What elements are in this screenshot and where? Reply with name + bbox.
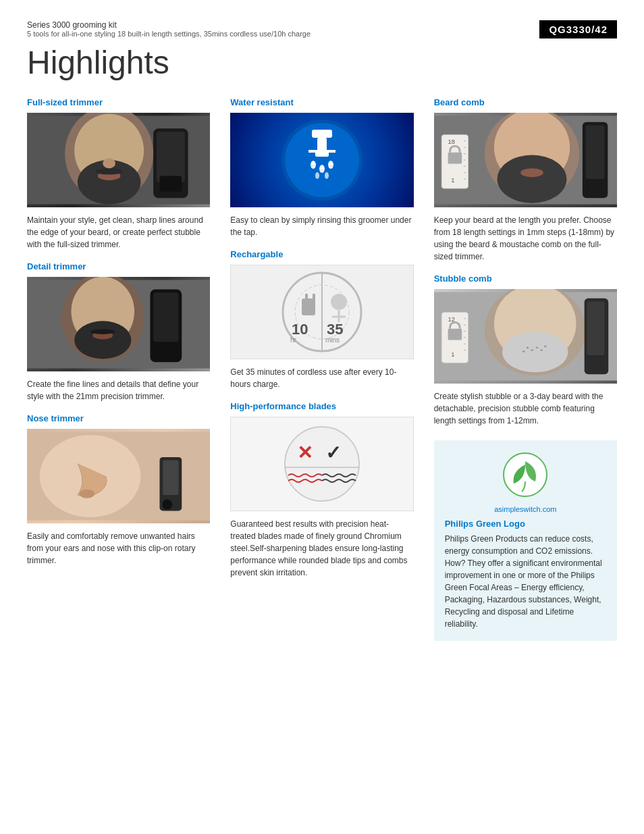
svg-point-32 — [315, 172, 319, 179]
series-title: Series 3000 grooming kit — [27, 20, 311, 30]
svg-text:1: 1 — [451, 177, 454, 184]
svg-rect-28 — [315, 151, 329, 157]
full-sized-trimmer-title: Full-sized trimmer — [27, 97, 210, 107]
stubble-comb-image: 12 1 — [434, 289, 617, 384]
water-resistant-desc: Easy to clean by simply rinsing this gro… — [230, 214, 413, 238]
philips-green-title: Philips Green Logo — [445, 519, 606, 529]
water-resistant-title: Water resistant — [230, 97, 413, 107]
svg-text:12: 12 — [448, 316, 454, 323]
rechargable-image: 10 hr 35 mins — [230, 265, 413, 359]
svg-rect-40 — [302, 298, 315, 315]
high-perf-blades-image: ✕ ✓ — [230, 417, 413, 511]
beard-comb-title: Beard comb — [434, 97, 617, 107]
svg-point-94 — [504, 453, 547, 496]
feature-detail-trimmer: Detail trimmer Create the fine lines and… — [27, 261, 210, 402]
column-middle: Water resistant — [230, 97, 413, 641]
svg-rect-22 — [163, 461, 178, 495]
nose-trimmer-title: Nose trimmer — [27, 413, 210, 423]
feature-high-perf-blades: High-performance blades ✕ ✓ — [230, 401, 413, 579]
beard-comb-desc: Keep your beard at the length you prefer… — [434, 214, 617, 263]
svg-point-75 — [502, 332, 568, 372]
svg-point-58 — [520, 168, 543, 177]
feature-stubble-comb: Stubble comb — [434, 273, 617, 427]
water-resistant-image — [230, 113, 413, 207]
beard-comb-image: 18 1 — [434, 113, 617, 207]
svg-rect-27 — [317, 138, 327, 151]
svg-point-77 — [531, 349, 533, 351]
series-subtitle: 5 tools for all-in-one styling 18 built-… — [27, 30, 311, 38]
feature-water-resistant: Water resistant — [230, 97, 413, 238]
svg-rect-71 — [585, 126, 604, 180]
svg-rect-9 — [159, 176, 182, 191]
svg-point-15 — [90, 329, 115, 334]
philips-green-desc: Philips Green Products can reduce costs,… — [445, 533, 606, 630]
page-title: Highlights — [27, 44, 617, 81]
svg-text:hr: hr — [290, 336, 297, 344]
svg-point-6 — [103, 158, 115, 168]
svg-rect-60 — [448, 153, 462, 164]
philips-green-logo-icon — [502, 451, 549, 498]
top-header: Series 3000 grooming kit 5 tools for all… — [27, 20, 617, 38]
svg-point-57 — [497, 155, 566, 203]
column-right: Beard comb 18 1 — [434, 97, 617, 641]
svg-point-13 — [74, 321, 131, 359]
high-perf-blades-title: High-performance blades — [230, 401, 413, 411]
detail-trimmer-title: Detail trimmer — [27, 261, 210, 271]
svg-text:18: 18 — [448, 138, 454, 145]
svg-text:✓: ✓ — [325, 442, 341, 463]
svg-rect-83 — [448, 329, 462, 340]
svg-point-80 — [522, 350, 525, 353]
svg-rect-42 — [313, 294, 315, 301]
svg-text:mins: mins — [325, 336, 340, 344]
stubble-comb-title: Stubble comb — [434, 273, 617, 284]
svg-rect-93 — [587, 302, 604, 356]
svg-point-76 — [526, 346, 529, 348]
green-website: asimpleswitch.com — [445, 505, 606, 513]
model-badge: QG3330/42 — [539, 20, 617, 38]
green-box: asimpleswitch.com Philips Green Logo Phi… — [434, 440, 617, 641]
svg-point-5 — [95, 168, 123, 174]
full-sized-trimmer-image — [27, 113, 210, 207]
column-left: Full-sized trimmer — [27, 97, 210, 641]
svg-text:1: 1 — [451, 351, 454, 358]
rechargable-title: Rechargable — [230, 249, 413, 259]
svg-point-81 — [543, 346, 546, 348]
nose-trimmer-desc: Easily and comfortably remove unwanted h… — [27, 530, 210, 567]
full-sized-trimmer-desc: Maintain your style, get clean, sharp li… — [27, 214, 210, 251]
svg-point-50 — [285, 427, 359, 501]
svg-point-79 — [540, 349, 543, 351]
feature-rechargable: Rechargable — [230, 249, 413, 390]
svg-text:✕: ✕ — [297, 442, 313, 463]
svg-point-43 — [331, 294, 347, 310]
detail-trimmer-image — [27, 277, 210, 371]
feature-beard-comb: Beard comb 18 1 — [434, 97, 617, 263]
svg-point-23 — [162, 500, 172, 510]
highlights-grid: Full-sized trimmer — [27, 97, 617, 641]
feature-nose-trimmer: Nose trimmer Easily and comfortably remo… — [27, 413, 210, 567]
rechargable-desc: Get 35 minutes of cordless use after eve… — [230, 366, 413, 390]
high-perf-blades-desc: Guaranteed best results with precision h… — [230, 518, 413, 579]
detail-trimmer-desc: Create the fine lines and details that d… — [27, 378, 210, 402]
nose-trimmer-image — [27, 429, 210, 523]
svg-rect-41 — [305, 294, 308, 301]
svg-rect-26 — [312, 130, 332, 138]
svg-rect-17 — [153, 292, 178, 342]
stubble-comb-desc: Create stylish stubble or a 3-day beard … — [434, 390, 617, 427]
svg-point-20 — [80, 490, 95, 498]
svg-text:10: 10 — [292, 321, 308, 338]
svg-point-33 — [325, 172, 329, 179]
svg-point-78 — [535, 346, 538, 348]
green-logo-container — [445, 451, 606, 498]
feature-full-sized-trimmer: Full-sized trimmer — [27, 97, 210, 251]
svg-text:35: 35 — [327, 321, 343, 338]
svg-rect-8 — [157, 132, 185, 182]
